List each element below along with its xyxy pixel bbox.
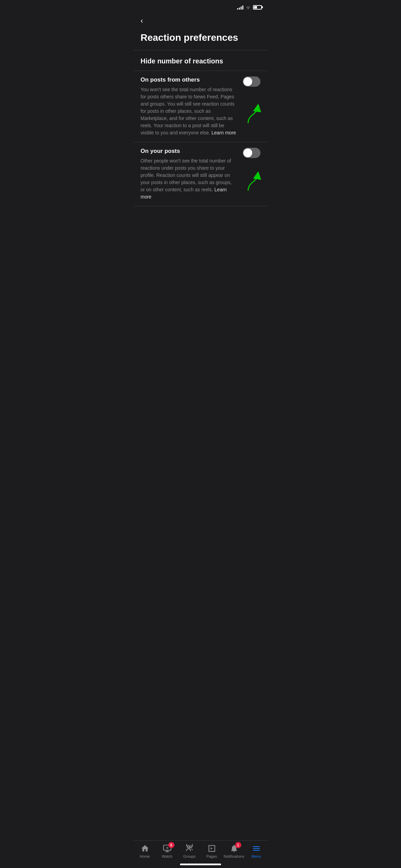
setting-desc-yours: Other people won't see the total number … [141,157,260,201]
section-heading: Hide number of reactions [134,50,267,71]
setting-on-posts-from-others: On posts from others You won't see the t… [134,71,267,142]
toggle-knob-others [243,77,252,86]
learn-more-others-link[interactable]: Learn more [211,130,236,135]
page-title: Reaction preferences [134,29,267,50]
signal-icon [237,5,243,10]
toggle-yours[interactable] [243,148,260,158]
green-arrow-others [245,104,262,125]
toggle-others-wrapper [243,76,260,87]
green-arrow-yours [245,172,262,192]
back-arrow-icon: ‹ [141,16,143,25]
status-bar [134,0,267,12]
toggle-others[interactable] [243,76,260,87]
battery-icon [253,5,262,10]
wifi-icon [245,5,251,9]
toggle-yours-wrapper [243,148,260,158]
toggle-knob-yours [243,148,252,157]
back-button[interactable]: ‹ [134,12,267,29]
setting-on-your-posts: On your posts Other people won't see the… [134,142,267,206]
setting-desc-others: You won't see the total number of reacti… [141,86,260,136]
divider-bottom [134,206,267,206]
